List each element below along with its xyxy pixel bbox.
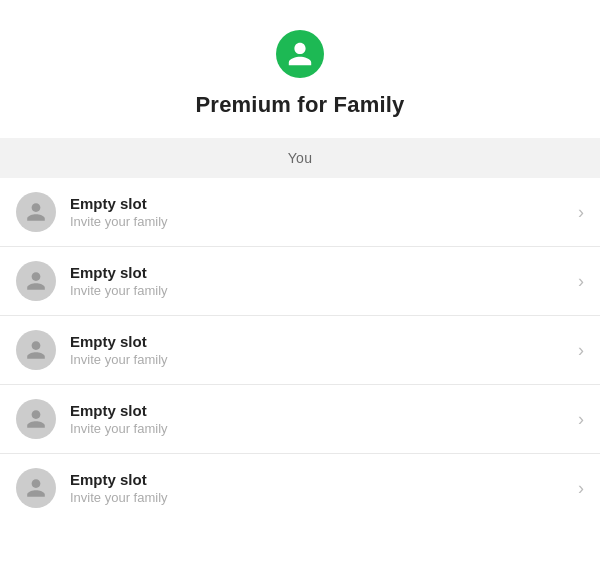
chevron-icon-0: › (578, 202, 584, 223)
slot-person-icon-2 (25, 339, 47, 361)
slot-text-0: Empty slot Invite your family (70, 195, 570, 229)
slot-text-2: Empty slot Invite your family (70, 333, 570, 367)
slot-title-1: Empty slot (70, 264, 570, 281)
slot-person-icon-4 (25, 477, 47, 499)
chevron-icon-2: › (578, 340, 584, 361)
slot-text-4: Empty slot Invite your family (70, 471, 570, 505)
slot-avatar-3 (16, 399, 56, 439)
slot-subtitle-3: Invite your family (70, 421, 570, 436)
person-icon (286, 40, 314, 68)
header-icon (276, 30, 324, 78)
slot-text-3: Empty slot Invite your family (70, 402, 570, 436)
slot-title-2: Empty slot (70, 333, 570, 350)
page-title: Premium for Family (196, 92, 405, 118)
you-label: You (288, 150, 313, 166)
slot-subtitle-2: Invite your family (70, 352, 570, 367)
slot-title-0: Empty slot (70, 195, 570, 212)
slot-item[interactable]: Empty slot Invite your family › (0, 454, 600, 522)
page-header: Premium for Family (0, 0, 600, 138)
slot-title-3: Empty slot (70, 402, 570, 419)
slot-person-icon-3 (25, 408, 47, 430)
slot-item[interactable]: Empty slot Invite your family › (0, 385, 600, 454)
slot-item[interactable]: Empty slot Invite your family › (0, 178, 600, 247)
slot-item[interactable]: Empty slot Invite your family › (0, 316, 600, 385)
chevron-icon-3: › (578, 409, 584, 430)
slot-text-1: Empty slot Invite your family (70, 264, 570, 298)
slot-person-icon-0 (25, 201, 47, 223)
slot-subtitle-1: Invite your family (70, 283, 570, 298)
slot-person-icon-1 (25, 270, 47, 292)
chevron-icon-4: › (578, 478, 584, 499)
chevron-icon-1: › (578, 271, 584, 292)
slot-avatar-4 (16, 468, 56, 508)
slot-avatar-0 (16, 192, 56, 232)
slot-subtitle-0: Invite your family (70, 214, 570, 229)
slot-list: Empty slot Invite your family › Empty sl… (0, 178, 600, 522)
slot-title-4: Empty slot (70, 471, 570, 488)
slot-avatar-2 (16, 330, 56, 370)
you-section: You (0, 138, 600, 178)
slot-subtitle-4: Invite your family (70, 490, 570, 505)
slot-avatar-1 (16, 261, 56, 301)
slot-item[interactable]: Empty slot Invite your family › (0, 247, 600, 316)
